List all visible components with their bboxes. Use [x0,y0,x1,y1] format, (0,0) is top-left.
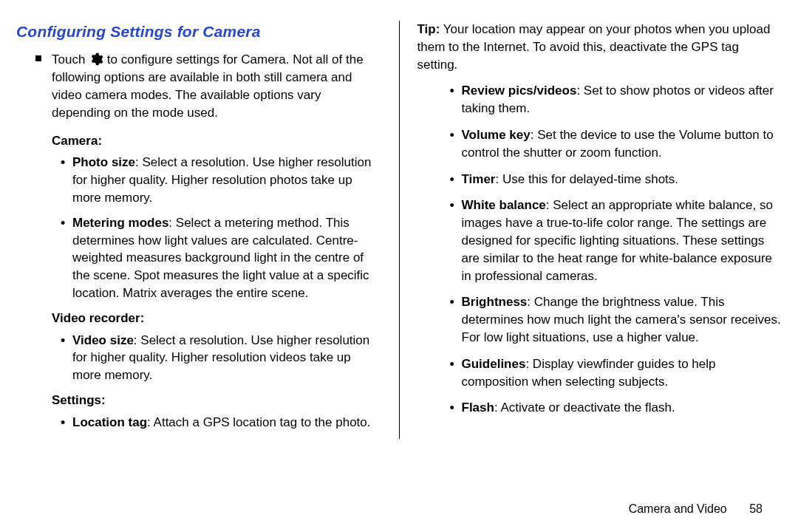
tip-paragraph: Tip: Your location may appear on your ph… [417,21,782,73]
list-item: Photo size: Select a resolution. Use hig… [61,154,381,206]
intro-pre: Touch [52,52,89,66]
footer-section: Camera and Video [629,502,727,515]
term: Location tag [72,415,147,429]
term: Review pics/videos [462,83,577,98]
list-item: White balance: Select an appropriate whi… [450,197,782,284]
list-item: Volume key: Set the device to use the Vo… [450,126,782,162]
square-bullet-icon [35,55,41,61]
term: Video size [72,333,134,347]
intro-text: Touch to configure settings for Camera. … [52,51,381,121]
list-item: Location tag: Attach a GPS location tag … [61,414,381,432]
list-item: Metering modes: Select a metering method… [61,214,381,302]
right-bullet-list: Review pics/videos: Set to show photos o… [450,82,782,417]
section-heading: Configuring Settings for Camera [16,21,381,42]
term: Guidelines [462,357,526,371]
term: Flash [462,400,494,415]
desc: : Use this for delayed-time shots. [496,172,679,186]
term: Metering modes [72,216,168,230]
term: Volume key [462,128,531,142]
gear-icon [89,52,103,66]
list-item: Timer: Use this for delayed-time shots. [450,171,782,188]
tip-label: Tip: [417,22,440,36]
list-item: Brightness: Change the brightness value.… [450,293,782,346]
list-item: Review pics/videos: Set to show photos o… [450,82,782,117]
video-bullet-list: Video size: Select a resolution. Use hig… [61,332,381,384]
camera-subhead: Camera: [52,132,381,150]
right-column: Tip: Your location may appear on your ph… [399,21,782,439]
list-item: Guidelines: Display viewfinder guides to… [450,355,782,391]
term: Timer [462,172,496,186]
desc: : Activate or deactivate the flash. [494,400,675,415]
left-column: Configuring Settings for Camera Touch to… [16,21,381,439]
desc: : Attach a GPS location tag to the photo… [147,415,370,429]
settings-subhead: Settings: [52,392,381,409]
term: Brightness [462,295,528,309]
tip-text: Your location may appear on your photos … [417,22,771,72]
camera-bullet-list: Photo size: Select a resolution. Use hig… [61,154,381,301]
settings-bullet-list: Location tag: Attach a GPS location tag … [61,414,381,432]
list-item: Video size: Select a resolution. Use hig… [61,332,381,384]
list-item: Flash: Activate or deactivate the flash. [450,399,782,417]
footer-page-number: 58 [749,502,763,515]
intro-row: Touch to configure settings for Camera. … [35,51,381,121]
term: White balance [462,198,546,212]
term: Photo size [72,155,135,169]
video-subhead: Video recorder: [52,310,381,327]
page-footer: Camera and Video 58 [629,501,763,517]
